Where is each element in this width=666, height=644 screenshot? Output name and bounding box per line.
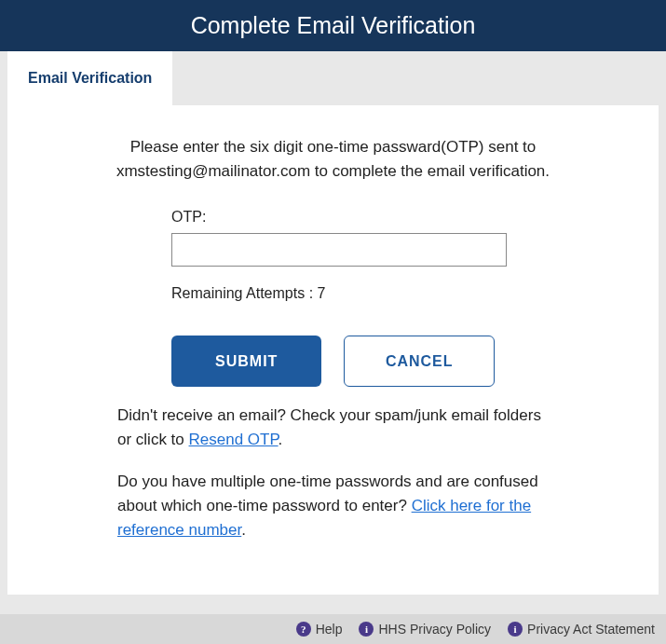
otp-input[interactable] [171, 233, 507, 267]
footer-privacy-label: Privacy Act Statement [527, 622, 655, 637]
tab-bar: Email Verification [0, 51, 666, 105]
otp-form: OTP: Remaining Attempts : 7 SUBMIT CANCE… [171, 209, 495, 387]
resend-help-text: Didn't receive an email? Check your spam… [117, 404, 549, 453]
remaining-attempts: Remaining Attempts : 7 [171, 285, 495, 302]
footer-hhs-privacy[interactable]: i HHS Privacy Policy [359, 622, 491, 637]
instruction-text: Please enter the six digit one-time pass… [101, 135, 566, 183]
page-header: Complete Email Verification [0, 0, 666, 51]
footer-help-label: Help [316, 622, 343, 637]
submit-button[interactable]: SUBMIT [171, 336, 321, 387]
info-icon: i [359, 622, 374, 637]
tab-label: Email Verification [28, 70, 152, 86]
tab-email-verification[interactable]: Email Verification [7, 51, 172, 105]
cancel-button-label: CANCEL [386, 353, 454, 369]
resend-otp-link[interactable]: Resend OTP [189, 431, 279, 448]
main-panel: Please enter the six digit one-time pass… [7, 105, 659, 595]
otp-label: OTP: [171, 209, 495, 226]
button-row: SUBMIT CANCEL [171, 336, 495, 387]
footer-hhs-label: HHS Privacy Policy [378, 622, 491, 637]
resend-prefix: Didn't receive an email? Check your spam… [117, 406, 541, 448]
submit-button-label: SUBMIT [215, 353, 278, 369]
resend-suffix: . [279, 431, 283, 448]
footer-help[interactable]: ? Help [296, 622, 343, 637]
page-title: Complete Email Verification [191, 12, 476, 38]
reference-suffix: . [241, 521, 246, 539]
help-icon: ? [296, 622, 311, 637]
footer: ? Help i HHS Privacy Policy i Privacy Ac… [0, 614, 666, 644]
info-icon: i [508, 622, 523, 637]
footer-privacy-act[interactable]: i Privacy Act Statement [508, 622, 655, 637]
reference-help-text: Do you have multiple one-time passwords … [117, 470, 549, 543]
cancel-button[interactable]: CANCEL [344, 336, 495, 387]
